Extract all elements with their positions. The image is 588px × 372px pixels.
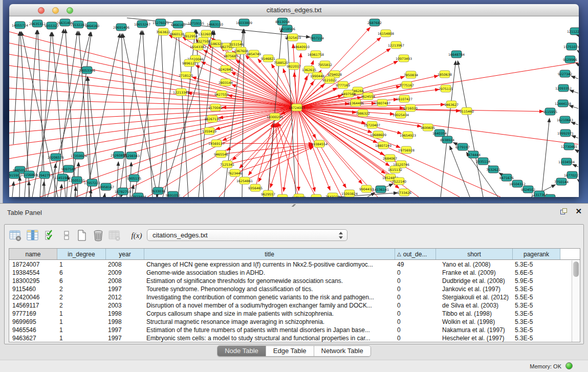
table-cell[interactable]: 49 <box>395 260 436 269</box>
table-cell[interactable]: 9699695 <box>9 318 57 326</box>
table-cell[interactable]: 2008 <box>106 260 144 269</box>
float-panel-icon[interactable] <box>560 208 568 215</box>
table-row[interactable]: 946362711997Embryonic stem cells: a mode… <box>9 334 572 342</box>
table-cell[interactable]: 18300295 <box>9 277 57 285</box>
table-cell[interactable]: Tibbo et al. (1998) <box>436 310 513 318</box>
graph-edge[interactable] <box>275 123 282 197</box>
table-cell[interactable]: Yano et al. (2008) <box>436 260 513 269</box>
table-cell[interactable]: Investigating the contribution of common… <box>144 293 395 301</box>
table-cell[interactable]: 2009 <box>106 269 144 277</box>
table-row[interactable]: 2242004622012Investigating the contribut… <box>9 293 572 301</box>
table-cell[interactable]: 2012 <box>106 293 144 301</box>
table-cell[interactable]: 1 <box>57 334 106 342</box>
table-cell[interactable]: 2 <box>57 293 106 301</box>
table-cell[interactable]: 9465546 <box>9 326 57 334</box>
table-cell[interactable]: 5.3E-5 <box>513 310 560 318</box>
graph-edge[interactable] <box>60 184 62 197</box>
table-cell[interactable]: 1 <box>57 260 106 269</box>
table-source-select[interactable]: citations_edges.txt <box>147 229 347 241</box>
graph-edge[interactable] <box>216 143 313 144</box>
graph-edge[interactable] <box>572 136 578 138</box>
graph-edge[interactable] <box>571 76 578 79</box>
graph-edge[interactable] <box>297 107 460 197</box>
graph-edge[interactable] <box>577 179 578 180</box>
memory-status-icon[interactable] <box>565 362 573 369</box>
table-cell[interactable]: 0 <box>395 310 436 318</box>
graph-edge[interactable] <box>297 107 299 191</box>
graph-edge[interactable] <box>197 30 204 197</box>
table-cell[interactable]: 0 <box>395 285 436 293</box>
table-cell[interactable]: 5.3E-5 <box>513 301 560 310</box>
table-cell[interactable]: Stergiakouli et al. (2012) <box>436 293 513 301</box>
table-cell[interactable]: 0 <box>395 318 436 326</box>
graph-edge[interactable] <box>231 72 297 107</box>
table-cell[interactable]: Wolkin et al. (1998) <box>436 318 513 326</box>
graph-edge[interactable] <box>278 123 316 197</box>
graph-edge[interactable] <box>577 50 578 51</box>
graph-edge[interactable] <box>9 107 297 172</box>
column-header-name[interactable]: name <box>9 249 57 259</box>
graph-edge[interactable] <box>297 76 438 107</box>
graph-edge[interactable] <box>576 63 578 64</box>
graph-edge[interactable] <box>13 32 19 144</box>
graph-edge[interactable] <box>294 73 297 107</box>
table-cell[interactable]: Nakamura et al. (1997) <box>436 326 513 334</box>
graph-edge[interactable] <box>570 90 578 93</box>
new-table-icon[interactable] <box>74 228 90 243</box>
table-cell[interactable]: 1 <box>57 326 106 334</box>
graph-edge[interactable] <box>268 123 274 194</box>
graph-edge[interactable] <box>192 77 297 107</box>
splitpane-divider[interactable] <box>0 0 3 203</box>
graph-edge[interactable] <box>9 107 297 111</box>
table-cell[interactable]: 1997 <box>106 326 144 334</box>
window-titlebar[interactable]: citations_edges.txt <box>9 4 579 16</box>
table-cell[interactable]: 5.3E-5 <box>513 318 560 326</box>
table-row[interactable]: 1938455462009Genome-wide association stu… <box>9 269 572 277</box>
graph-edge[interactable] <box>541 118 550 197</box>
show-columns-icon[interactable] <box>25 228 40 243</box>
column-header-title[interactable]: title <box>144 249 395 259</box>
table-cell[interactable]: Franke et al. (2009) <box>436 269 513 277</box>
table-scrollbar[interactable] <box>572 260 580 342</box>
table-row[interactable]: 969969511998Structural magnetic resonanc… <box>9 318 572 326</box>
table-cell[interactable]: 5.3E-5 <box>513 326 560 334</box>
table-cell[interactable]: 0 <box>395 301 436 310</box>
tab-node-table[interactable]: Node Table <box>217 346 266 356</box>
table-cell[interactable]: 5.3E-5 <box>513 285 560 293</box>
table-cell[interactable]: 1998 <box>106 310 144 318</box>
table-cell[interactable]: Hescheler et al. (1997) <box>436 334 513 342</box>
table-cell[interactable]: 1 <box>57 310 106 318</box>
table-cell[interactable]: 14569117 <box>9 301 57 310</box>
unselect-all-icon[interactable] <box>59 228 74 243</box>
table-cell[interactable]: 5.9E-5 <box>513 277 560 285</box>
table-cell[interactable]: Embryonic stem cells: a model to study s… <box>144 334 395 342</box>
graph-edge[interactable] <box>12 182 14 197</box>
column-header-short[interactable]: short <box>436 249 513 259</box>
graph-edge[interactable] <box>255 123 273 188</box>
table-cell[interactable]: 1998 <box>106 318 144 326</box>
graph-edge[interactable] <box>297 107 346 188</box>
table-cell[interactable]: Jankovic et al. (1997) <box>436 285 513 293</box>
table-cell[interactable]: Tourette syndrome. Phenomenology and cla… <box>144 285 395 293</box>
table-settings-icon[interactable] <box>8 228 23 243</box>
network-window[interactable]: citations_edges.txt 18724007756382286601… <box>9 4 579 197</box>
table-cell[interactable]: 1997 <box>106 285 144 293</box>
graph-edge[interactable] <box>297 107 401 134</box>
graph-edge[interactable] <box>79 31 91 197</box>
graph-edge[interactable] <box>575 149 578 151</box>
table-row[interactable]: 911546021997Tourette syndrome. Phenomeno… <box>9 285 572 293</box>
panel-resize-grip[interactable] <box>290 204 298 207</box>
table-row[interactable]: 977716911998Corpus callosum shape and si… <box>9 310 572 318</box>
table-cell[interactable]: de Silva et al. (2003) <box>436 301 513 310</box>
table-cell[interactable]: Genome-wide association studies in ADHD. <box>144 269 395 277</box>
table-cell[interactable]: 0 <box>395 334 436 342</box>
table-cell[interactable]: 1997 <box>106 334 144 342</box>
select-all-icon[interactable] <box>42 228 58 243</box>
graph-edge[interactable] <box>199 31 214 197</box>
table-cell[interactable]: Estimation of the future numbers of pati… <box>144 326 395 334</box>
table-cell[interactable]: Disruption of a novel member of a sodium… <box>144 301 395 310</box>
table-row[interactable]: 1830029562008Estimation of significance … <box>9 277 572 285</box>
graph-edge[interactable] <box>569 105 578 108</box>
column-header-out_de[interactable]: △out_de... <box>395 249 436 259</box>
graph-edge[interactable] <box>573 164 578 167</box>
